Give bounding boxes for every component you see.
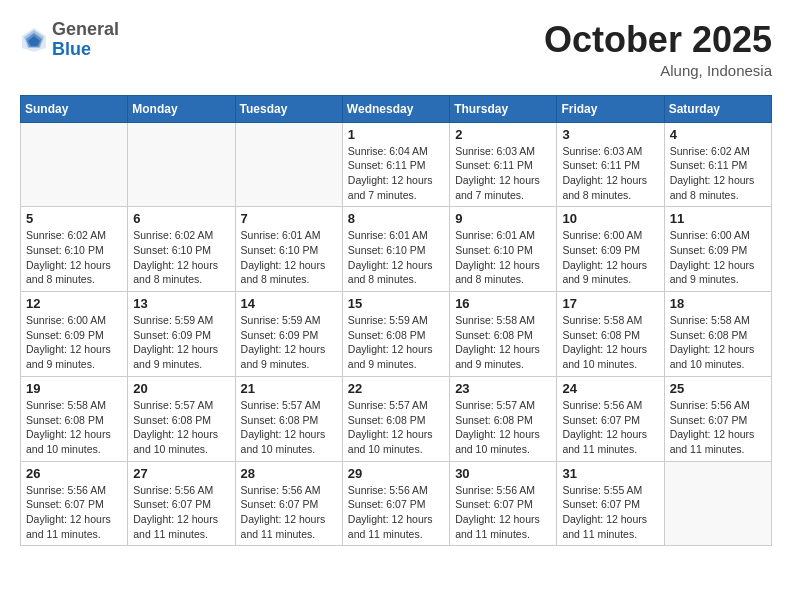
day-number: 21 xyxy=(241,381,337,396)
day-info: Sunrise: 6:01 AM Sunset: 6:10 PM Dayligh… xyxy=(241,228,337,287)
calendar-cell: 16Sunrise: 5:58 AM Sunset: 6:08 PM Dayli… xyxy=(450,292,557,377)
calendar-cell: 5Sunrise: 6:02 AM Sunset: 6:10 PM Daylig… xyxy=(21,207,128,292)
logo-text: General Blue xyxy=(52,20,119,60)
day-info: Sunrise: 5:55 AM Sunset: 6:07 PM Dayligh… xyxy=(562,483,658,542)
day-info: Sunrise: 6:03 AM Sunset: 6:11 PM Dayligh… xyxy=(562,144,658,203)
day-number: 19 xyxy=(26,381,122,396)
day-number: 13 xyxy=(133,296,229,311)
day-number: 9 xyxy=(455,211,551,226)
day-info: Sunrise: 6:02 AM Sunset: 6:11 PM Dayligh… xyxy=(670,144,766,203)
calendar-cell: 20Sunrise: 5:57 AM Sunset: 6:08 PM Dayli… xyxy=(128,376,235,461)
day-number: 6 xyxy=(133,211,229,226)
day-info: Sunrise: 6:00 AM Sunset: 6:09 PM Dayligh… xyxy=(670,228,766,287)
day-header-sunday: Sunday xyxy=(21,95,128,122)
calendar-cell: 2Sunrise: 6:03 AM Sunset: 6:11 PM Daylig… xyxy=(450,122,557,207)
calendar-cell: 6Sunrise: 6:02 AM Sunset: 6:10 PM Daylig… xyxy=(128,207,235,292)
day-number: 18 xyxy=(670,296,766,311)
day-header-friday: Friday xyxy=(557,95,664,122)
day-info: Sunrise: 5:58 AM Sunset: 6:08 PM Dayligh… xyxy=(455,313,551,372)
calendar-cell: 19Sunrise: 5:58 AM Sunset: 6:08 PM Dayli… xyxy=(21,376,128,461)
day-info: Sunrise: 5:57 AM Sunset: 6:08 PM Dayligh… xyxy=(455,398,551,457)
calendar-cell: 14Sunrise: 5:59 AM Sunset: 6:09 PM Dayli… xyxy=(235,292,342,377)
day-info: Sunrise: 6:00 AM Sunset: 6:09 PM Dayligh… xyxy=(26,313,122,372)
calendar-cell: 24Sunrise: 5:56 AM Sunset: 6:07 PM Dayli… xyxy=(557,376,664,461)
day-header-monday: Monday xyxy=(128,95,235,122)
day-header-saturday: Saturday xyxy=(664,95,771,122)
calendar-cell: 4Sunrise: 6:02 AM Sunset: 6:11 PM Daylig… xyxy=(664,122,771,207)
day-number: 24 xyxy=(562,381,658,396)
day-number: 11 xyxy=(670,211,766,226)
week-row-5: 26Sunrise: 5:56 AM Sunset: 6:07 PM Dayli… xyxy=(21,461,772,546)
calendar-cell: 10Sunrise: 6:00 AM Sunset: 6:09 PM Dayli… xyxy=(557,207,664,292)
day-number: 2 xyxy=(455,127,551,142)
day-info: Sunrise: 5:59 AM Sunset: 6:09 PM Dayligh… xyxy=(133,313,229,372)
page-header: General Blue October 2025 Alung, Indones… xyxy=(20,20,772,79)
day-info: Sunrise: 6:03 AM Sunset: 6:11 PM Dayligh… xyxy=(455,144,551,203)
day-number: 14 xyxy=(241,296,337,311)
day-info: Sunrise: 6:02 AM Sunset: 6:10 PM Dayligh… xyxy=(133,228,229,287)
calendar-cell: 11Sunrise: 6:00 AM Sunset: 6:09 PM Dayli… xyxy=(664,207,771,292)
day-info: Sunrise: 6:04 AM Sunset: 6:11 PM Dayligh… xyxy=(348,144,444,203)
calendar-cell: 7Sunrise: 6:01 AM Sunset: 6:10 PM Daylig… xyxy=(235,207,342,292)
day-number: 22 xyxy=(348,381,444,396)
calendar-cell: 8Sunrise: 6:01 AM Sunset: 6:10 PM Daylig… xyxy=(342,207,449,292)
calendar-cell: 1Sunrise: 6:04 AM Sunset: 6:11 PM Daylig… xyxy=(342,122,449,207)
logo-blue: Blue xyxy=(52,39,91,59)
logo-general: General xyxy=(52,19,119,39)
calendar-cell: 3Sunrise: 6:03 AM Sunset: 6:11 PM Daylig… xyxy=(557,122,664,207)
day-number: 7 xyxy=(241,211,337,226)
day-info: Sunrise: 5:56 AM Sunset: 6:07 PM Dayligh… xyxy=(562,398,658,457)
day-number: 5 xyxy=(26,211,122,226)
calendar-cell: 31Sunrise: 5:55 AM Sunset: 6:07 PM Dayli… xyxy=(557,461,664,546)
day-number: 3 xyxy=(562,127,658,142)
day-info: Sunrise: 5:58 AM Sunset: 6:08 PM Dayligh… xyxy=(670,313,766,372)
calendar-cell: 30Sunrise: 5:56 AM Sunset: 6:07 PM Dayli… xyxy=(450,461,557,546)
calendar-cell: 23Sunrise: 5:57 AM Sunset: 6:08 PM Dayli… xyxy=(450,376,557,461)
day-info: Sunrise: 5:57 AM Sunset: 6:08 PM Dayligh… xyxy=(348,398,444,457)
day-info: Sunrise: 5:59 AM Sunset: 6:08 PM Dayligh… xyxy=(348,313,444,372)
day-info: Sunrise: 5:57 AM Sunset: 6:08 PM Dayligh… xyxy=(241,398,337,457)
day-info: Sunrise: 5:58 AM Sunset: 6:08 PM Dayligh… xyxy=(26,398,122,457)
day-number: 25 xyxy=(670,381,766,396)
day-info: Sunrise: 5:56 AM Sunset: 6:07 PM Dayligh… xyxy=(348,483,444,542)
month-title: October 2025 xyxy=(544,20,772,60)
calendar-cell: 13Sunrise: 5:59 AM Sunset: 6:09 PM Dayli… xyxy=(128,292,235,377)
calendar-cell xyxy=(235,122,342,207)
calendar-cell: 18Sunrise: 5:58 AM Sunset: 6:08 PM Dayli… xyxy=(664,292,771,377)
day-number: 15 xyxy=(348,296,444,311)
day-number: 29 xyxy=(348,466,444,481)
calendar-cell xyxy=(664,461,771,546)
calendar-cell: 26Sunrise: 5:56 AM Sunset: 6:07 PM Dayli… xyxy=(21,461,128,546)
calendar-cell: 9Sunrise: 6:01 AM Sunset: 6:10 PM Daylig… xyxy=(450,207,557,292)
calendar-cell: 25Sunrise: 5:56 AM Sunset: 6:07 PM Dayli… xyxy=(664,376,771,461)
day-number: 28 xyxy=(241,466,337,481)
week-row-1: 1Sunrise: 6:04 AM Sunset: 6:11 PM Daylig… xyxy=(21,122,772,207)
week-row-4: 19Sunrise: 5:58 AM Sunset: 6:08 PM Dayli… xyxy=(21,376,772,461)
day-number: 30 xyxy=(455,466,551,481)
calendar-cell: 27Sunrise: 5:56 AM Sunset: 6:07 PM Dayli… xyxy=(128,461,235,546)
day-number: 4 xyxy=(670,127,766,142)
week-row-3: 12Sunrise: 6:00 AM Sunset: 6:09 PM Dayli… xyxy=(21,292,772,377)
calendar-cell: 21Sunrise: 5:57 AM Sunset: 6:08 PM Dayli… xyxy=(235,376,342,461)
day-number: 1 xyxy=(348,127,444,142)
day-info: Sunrise: 6:00 AM Sunset: 6:09 PM Dayligh… xyxy=(562,228,658,287)
day-info: Sunrise: 6:02 AM Sunset: 6:10 PM Dayligh… xyxy=(26,228,122,287)
day-info: Sunrise: 6:01 AM Sunset: 6:10 PM Dayligh… xyxy=(348,228,444,287)
day-header-thursday: Thursday xyxy=(450,95,557,122)
title-block: October 2025 Alung, Indonesia xyxy=(544,20,772,79)
week-row-2: 5Sunrise: 6:02 AM Sunset: 6:10 PM Daylig… xyxy=(21,207,772,292)
day-number: 26 xyxy=(26,466,122,481)
day-number: 20 xyxy=(133,381,229,396)
logo: General Blue xyxy=(20,20,119,60)
day-number: 31 xyxy=(562,466,658,481)
logo-icon xyxy=(20,26,48,54)
day-info: Sunrise: 5:58 AM Sunset: 6:08 PM Dayligh… xyxy=(562,313,658,372)
location: Alung, Indonesia xyxy=(544,62,772,79)
day-number: 16 xyxy=(455,296,551,311)
calendar-cell xyxy=(21,122,128,207)
day-info: Sunrise: 5:56 AM Sunset: 6:07 PM Dayligh… xyxy=(241,483,337,542)
calendar-cell xyxy=(128,122,235,207)
day-number: 27 xyxy=(133,466,229,481)
day-number: 17 xyxy=(562,296,658,311)
day-number: 12 xyxy=(26,296,122,311)
